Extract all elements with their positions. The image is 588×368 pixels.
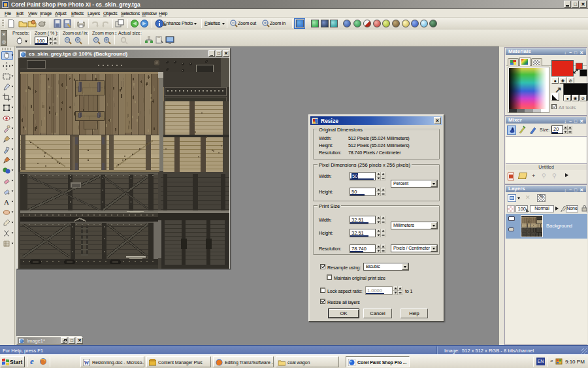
svg-text:A: A — [4, 198, 9, 206]
svg-text:W: W — [84, 360, 90, 366]
